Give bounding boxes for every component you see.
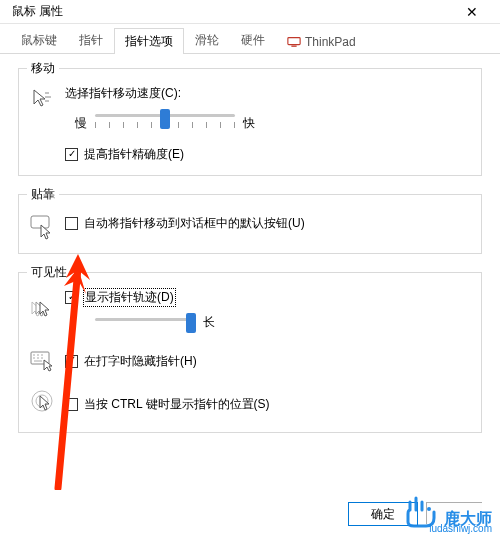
- group-snap: 贴靠 自动将指针移动到对话框中的默认按钮(U): [18, 186, 482, 254]
- pointer-speed-label: 选择指针移动速度(C):: [65, 85, 473, 102]
- pointer-trails-checkbox[interactable]: [65, 291, 78, 304]
- ctrl-locate-label: 当按 CTRL 键时显示指针的位置(S): [84, 396, 270, 413]
- hide-typing-icon: [29, 348, 57, 372]
- svg-rect-0: [288, 38, 300, 45]
- ctrl-locate-icon: [29, 388, 57, 416]
- watermark-url: ludashiwj.com: [429, 523, 492, 534]
- tab-thinkpad[interactable]: ThinkPad: [276, 30, 367, 53]
- window-title: 鼠标 属性: [12, 3, 63, 20]
- tab-pointer-options[interactable]: 指针选项: [114, 28, 184, 54]
- titlebar: 鼠标 属性 ✕: [0, 0, 500, 24]
- speed-slow-label: 慢: [75, 115, 87, 132]
- svg-rect-1: [291, 46, 296, 47]
- svg-rect-2: [31, 216, 49, 228]
- tab-pointers[interactable]: 指针: [68, 27, 114, 53]
- snap-default-label: 自动将指针移动到对话框中的默认按钮(U): [84, 215, 305, 232]
- speed-fast-label: 快: [243, 115, 255, 132]
- enhance-precision-checkbox[interactable]: [65, 148, 78, 161]
- cancel-button-partial[interactable]: [426, 502, 482, 524]
- tab-strip: 鼠标键 指针 指针选项 滑轮 硬件 ThinkPad: [0, 24, 500, 54]
- pointer-speed-slider[interactable]: [95, 108, 235, 138]
- pointer-trails-icon: [29, 299, 57, 323]
- snap-default-checkbox[interactable]: [65, 217, 78, 230]
- tab-hardware[interactable]: 硬件: [230, 27, 276, 53]
- thinkpad-icon: [287, 35, 301, 49]
- enhance-precision-label: 提高指针精确度(E): [84, 146, 184, 163]
- trail-long-label: 长: [203, 314, 215, 331]
- trail-length-slider[interactable]: [95, 312, 195, 332]
- ok-button[interactable]: 确定: [348, 502, 418, 526]
- dialog-button-bar: 确定: [0, 502, 500, 526]
- cursor-speed-icon: [30, 87, 56, 113]
- content-pane: 移动 选择指针移动速度(C): 慢 快: [0, 54, 500, 433]
- close-icon[interactable]: ✕: [452, 1, 492, 23]
- group-snap-legend: 贴靠: [27, 186, 59, 203]
- pointer-trails-label: 显示指针轨迹(D): [84, 289, 175, 306]
- group-motion-legend: 移动: [27, 60, 59, 77]
- snap-icon: [29, 213, 57, 241]
- hide-typing-label: 在打字时隐藏指针(H): [84, 353, 197, 370]
- group-motion: 移动 选择指针移动速度(C): 慢 快: [18, 60, 482, 176]
- group-visibility-legend: 可见性: [27, 264, 71, 281]
- ctrl-locate-checkbox[interactable]: [65, 398, 78, 411]
- group-visibility: 可见性 显示指针轨迹(D) 长: [18, 264, 482, 433]
- tab-wheel[interactable]: 滑轮: [184, 27, 230, 53]
- hide-typing-checkbox[interactable]: [65, 355, 78, 368]
- tab-mouse-keys[interactable]: 鼠标键: [10, 27, 68, 53]
